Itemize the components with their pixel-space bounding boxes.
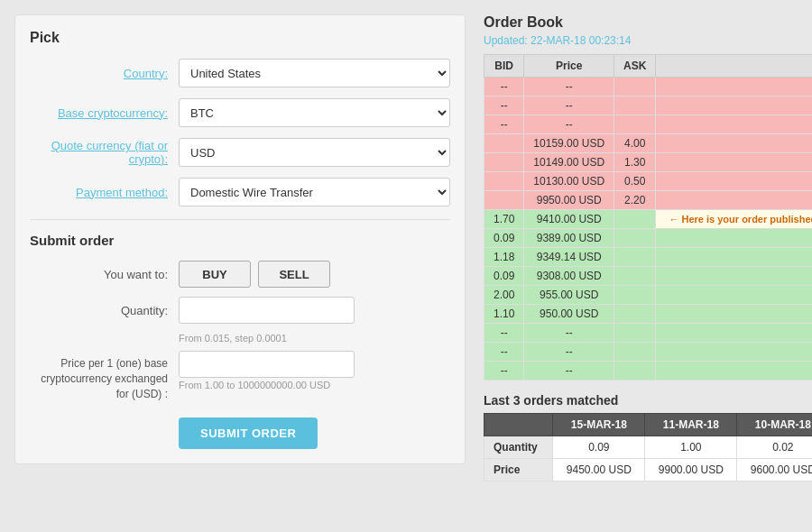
order-note-cell bbox=[656, 343, 812, 362]
order-note-cell bbox=[656, 134, 812, 153]
payment-method-label[interactable]: Payment method: bbox=[30, 186, 179, 199]
order-price-cell: 10130.00 USD bbox=[524, 172, 614, 191]
price-label: Price per 1 (one) base cryptocurrency ex… bbox=[30, 351, 179, 401]
order-book-row: 10130.00 USD0.50 bbox=[484, 172, 813, 191]
order-book-row: 1.189349.14 USD bbox=[484, 248, 813, 267]
price-input[interactable] bbox=[179, 351, 355, 378]
order-book-row: ---- bbox=[484, 362, 813, 381]
price-row: Price per 1 (one) base cryptocurrency ex… bbox=[30, 351, 450, 401]
order-bid-cell: 0.09 bbox=[484, 229, 524, 248]
order-ask-cell: 1.30 bbox=[614, 153, 656, 172]
order-ask-cell bbox=[614, 78, 656, 96]
order-bid-cell: 1.70 bbox=[484, 210, 524, 229]
order-price-cell: -- bbox=[524, 324, 614, 343]
price-val3: 9600.00 USD bbox=[737, 459, 812, 482]
order-price-cell: -- bbox=[524, 362, 614, 381]
order-price-cell: 955.00 USD bbox=[524, 286, 614, 305]
order-note-cell bbox=[656, 172, 812, 191]
order-book-row: 0.099308.00 USD bbox=[484, 267, 813, 286]
order-book-table: BID Price ASK ------------10159.00 USD4.… bbox=[484, 54, 812, 381]
order-price-cell: 9308.00 USD bbox=[524, 267, 614, 286]
quantity-hint: From 0.015, step 0.0001 bbox=[179, 333, 450, 344]
base-crypto-row: Base cryptocurrency: BTC bbox=[30, 98, 450, 127]
buy-button[interactable]: BUY bbox=[179, 261, 251, 288]
quantity-val1: 0.09 bbox=[553, 436, 645, 459]
col-price: Price bbox=[524, 55, 614, 78]
country-label[interactable]: Country: bbox=[30, 67, 179, 80]
order-note-cell bbox=[656, 153, 812, 172]
payment-method-select[interactable]: Domestic Wire Transfer bbox=[179, 178, 450, 206]
last-orders-title: Last 3 orders matched bbox=[484, 393, 812, 408]
last-orders-table: 15-MAR-18 11-MAR-18 10-MAR-18 Quantity 0… bbox=[484, 413, 812, 482]
col-bid: BID bbox=[484, 55, 524, 78]
order-ask-cell bbox=[614, 362, 656, 381]
order-ask-cell bbox=[614, 115, 656, 134]
order-ask-cell bbox=[614, 305, 656, 324]
quantity-val3: 0.02 bbox=[737, 436, 812, 459]
order-book-row: 2.00955.00 USD bbox=[484, 286, 813, 305]
order-bid-cell: -- bbox=[484, 362, 524, 381]
price-hint: From 1.00 to 1000000000.00 USD bbox=[179, 380, 355, 390]
submit-order-title: Submit order bbox=[30, 233, 450, 248]
you-want-to-label: You want to: bbox=[30, 268, 179, 281]
order-note-cell bbox=[656, 362, 812, 381]
order-price-cell: 9950.00 USD bbox=[524, 191, 614, 210]
quote-currency-label[interactable]: Quote currency (fiat or crypto): bbox=[30, 139, 179, 166]
order-price-cell: -- bbox=[524, 96, 614, 115]
order-bid-cell: -- bbox=[484, 115, 524, 134]
order-book-row: ---- bbox=[484, 78, 813, 96]
order-book-title: Order Book bbox=[484, 14, 812, 31]
payment-method-row: Payment method: Domestic Wire Transfer bbox=[30, 178, 450, 206]
last-orders-date1: 15-MAR-18 bbox=[553, 414, 645, 436]
order-bid-cell bbox=[484, 153, 524, 172]
order-book-row: 0.099389.00 USD bbox=[484, 229, 813, 248]
quote-currency-row: Quote currency (fiat or crypto): USD bbox=[30, 138, 450, 167]
order-bid-cell: 0.09 bbox=[484, 267, 524, 286]
pick-title: Pick bbox=[30, 30, 450, 46]
base-crypto-select[interactable]: BTC bbox=[179, 98, 450, 127]
last-orders-date-header bbox=[484, 414, 553, 436]
order-ask-cell bbox=[614, 324, 656, 343]
order-book-row: ---- bbox=[484, 343, 813, 362]
order-ask-cell: 0.50 bbox=[614, 172, 656, 191]
quote-currency-select[interactable]: USD bbox=[179, 138, 450, 167]
order-price-cell: -- bbox=[524, 78, 614, 96]
last-orders-quantity-row: Quantity 0.09 1.00 0.02 bbox=[484, 436, 813, 459]
order-note-cell bbox=[656, 191, 812, 210]
buy-sell-group: BUY SELL bbox=[179, 261, 330, 288]
order-price-cell: 9389.00 USD bbox=[524, 229, 614, 248]
order-price-cell: 10159.00 USD bbox=[524, 134, 614, 153]
submit-order-button[interactable]: SUBMIT ORDER bbox=[179, 417, 318, 449]
order-book-row: 1.10950.00 USD bbox=[484, 305, 813, 324]
order-book-row: 10149.00 USD1.30 bbox=[484, 153, 813, 172]
last-orders-date3: 10-MAR-18 bbox=[737, 414, 812, 436]
order-ask-cell bbox=[614, 343, 656, 362]
price-val2: 9900.00 USD bbox=[645, 459, 737, 482]
order-price-cell: 9410.00 USD bbox=[524, 210, 614, 229]
order-bid-cell bbox=[484, 134, 524, 153]
col-ask: ASK bbox=[614, 55, 656, 78]
country-select[interactable]: United States bbox=[179, 59, 450, 87]
published-note: ← Here is your order published. bbox=[665, 214, 812, 225]
order-book-row: 9950.00 USD2.20 bbox=[484, 191, 813, 210]
base-crypto-label[interactable]: Base cryptocurrency: bbox=[30, 106, 179, 120]
order-ask-cell bbox=[614, 210, 656, 229]
order-bid-cell: -- bbox=[484, 324, 524, 343]
order-ask-cell bbox=[614, 286, 656, 305]
order-note-cell bbox=[656, 267, 812, 286]
last-orders-price-row: Price 9450.00 USD 9900.00 USD 9600.00 US… bbox=[484, 459, 813, 482]
quantity-input[interactable] bbox=[179, 297, 355, 324]
order-note-cell: ← Here is your order published. bbox=[656, 210, 812, 229]
right-panel: Order Book Updated: 22-MAR-18 00:23:14 B… bbox=[484, 14, 812, 482]
order-price-cell: -- bbox=[524, 115, 614, 134]
order-ask-cell: 2.20 bbox=[614, 191, 656, 210]
order-book-row: 1.709410.00 USD← Here is your order publ… bbox=[484, 210, 813, 229]
order-ask-cell bbox=[614, 248, 656, 267]
sell-button[interactable]: SELL bbox=[258, 261, 330, 288]
price-row-label: Price bbox=[484, 459, 553, 482]
order-price-cell: 9349.14 USD bbox=[524, 248, 614, 267]
order-price-cell: -- bbox=[524, 343, 614, 362]
order-note-cell bbox=[656, 96, 812, 115]
order-note-cell bbox=[656, 229, 812, 248]
order-bid-cell: 1.10 bbox=[484, 305, 524, 324]
